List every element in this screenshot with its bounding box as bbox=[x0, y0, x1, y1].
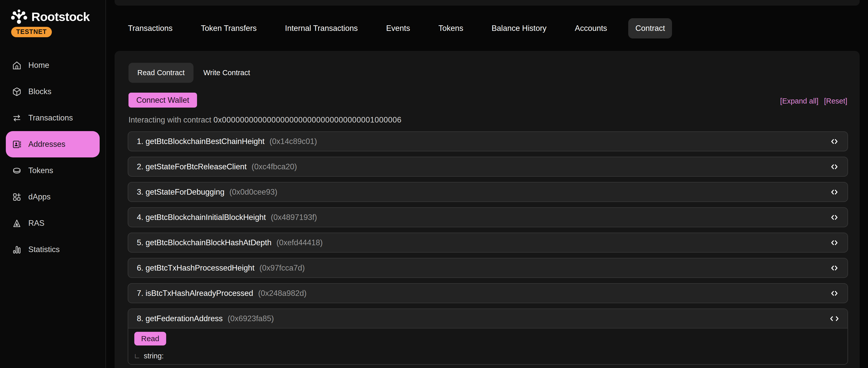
function-selector: (0x0d0cee93) bbox=[229, 188, 277, 196]
sidebar-item-statistics[interactable]: Statistics bbox=[6, 236, 100, 263]
cube-icon bbox=[12, 87, 22, 96]
apps-plus-icon bbox=[12, 192, 22, 202]
function-selector: (0x248a982d) bbox=[258, 289, 307, 298]
sidebar-item-label: Statistics bbox=[28, 245, 60, 254]
contract-subtabs: Read Contract Write Contract bbox=[128, 63, 259, 83]
home-icon bbox=[12, 61, 22, 70]
subtab-read-contract[interactable]: Read Contract bbox=[128, 63, 193, 83]
function-selector: (0x4897193f) bbox=[271, 213, 317, 222]
function-expanded-body: Read∟string: bbox=[128, 329, 847, 364]
code-icon bbox=[830, 162, 839, 171]
swap-arrows-icon bbox=[12, 113, 22, 123]
sidebar-item-dapps[interactable]: dApps bbox=[6, 184, 100, 210]
tab-contract[interactable]: Contract bbox=[628, 18, 672, 38]
sidebar-item-transactions[interactable]: Transactions bbox=[6, 105, 100, 131]
sidebar-item-label: Transactions bbox=[28, 113, 73, 122]
function-row[interactable]: 3. getStateForDebugging (0x0d0cee93) bbox=[128, 182, 848, 202]
sidebar-nav: Home Blocks Transactions bbox=[0, 52, 105, 263]
code-icon bbox=[830, 238, 839, 247]
code-icon bbox=[830, 314, 839, 323]
testnet-badge: TESTNET bbox=[11, 27, 52, 37]
sidebar-item-ras[interactable]: RAS bbox=[6, 210, 100, 236]
contact-card-icon bbox=[12, 140, 22, 149]
code-icon bbox=[830, 188, 839, 197]
sidebar-item-label: Tokens bbox=[28, 166, 53, 175]
tab-balance-history[interactable]: Balance History bbox=[485, 18, 554, 38]
function-selector: (0x97fcca7d) bbox=[259, 263, 305, 272]
function-label: 4. getBtcBlockchainInitialBlockHeight (0… bbox=[137, 213, 317, 222]
interacting-prefix: Interacting with contract bbox=[128, 115, 213, 124]
address-tabs: Transactions Token Transfers Internal Tr… bbox=[121, 18, 672, 38]
brand-name: Rootstock bbox=[31, 10, 90, 24]
main-content: Transactions Token Transfers Internal Tr… bbox=[106, 0, 868, 368]
tab-transactions[interactable]: Transactions bbox=[121, 18, 180, 38]
function-row-expanded: 8. getFederationAddress (0x6923fa85) Rea… bbox=[128, 309, 848, 365]
list-action-links: [Expand all] [Reset] bbox=[780, 97, 847, 105]
function-row[interactable]: 1. getBtcBlockchainBestChainHeight (0x14… bbox=[128, 131, 848, 151]
tab-internal-transactions[interactable]: Internal Transactions bbox=[278, 18, 365, 38]
function-label: 8. getFederationAddress (0x6923fa85) bbox=[137, 314, 274, 323]
sidebar-item-blocks[interactable]: Blocks bbox=[6, 79, 100, 105]
reset-link[interactable]: [Reset] bbox=[824, 97, 847, 105]
function-label: 1. getBtcBlockchainBestChainHeight (0x14… bbox=[137, 137, 317, 146]
function-selector: (0x14c89c01) bbox=[270, 137, 317, 146]
interacting-with-line: Interacting with contract 0x000000000000… bbox=[128, 115, 401, 124]
function-label: 6. getBtcTxHashProcessedHeight (0x97fcca… bbox=[137, 263, 305, 273]
function-selector: (0xc4fbca20) bbox=[252, 162, 297, 171]
sidebar: Rootstock TESTNET Home Blocks bbox=[0, 0, 106, 368]
function-output-line: ∟string: bbox=[134, 352, 164, 360]
function-label: 7. isBtcTxHashAlreadyProcessed (0x248a98… bbox=[137, 289, 307, 298]
subtab-write-contract[interactable]: Write Contract bbox=[194, 63, 259, 83]
sidebar-item-label: Blocks bbox=[28, 87, 51, 96]
sidebar-item-label: Addresses bbox=[28, 140, 65, 149]
code-icon bbox=[830, 289, 839, 298]
sidebar-item-label: dApps bbox=[28, 192, 51, 201]
rootstock-explorer-app: Rootstock TESTNET Home Blocks bbox=[0, 0, 868, 368]
read-button[interactable]: Read bbox=[134, 332, 166, 345]
code-icon bbox=[830, 213, 839, 222]
tab-tokens[interactable]: Tokens bbox=[431, 18, 470, 38]
sidebar-item-label: RAS bbox=[28, 219, 44, 228]
scrolled-card-bottom-edge bbox=[115, 0, 860, 6]
output-corner-glyph: ∟ bbox=[134, 352, 141, 360]
function-row[interactable]: 7. isBtcTxHashAlreadyProcessed (0x248a98… bbox=[128, 283, 848, 303]
coin-icon bbox=[12, 166, 22, 175]
code-icon bbox=[830, 137, 839, 146]
contract-address: 0x00000000000000000000000000000000010000… bbox=[213, 115, 401, 124]
sidebar-item-addresses[interactable]: Addresses bbox=[6, 131, 100, 158]
tab-token-transfers[interactable]: Token Transfers bbox=[194, 18, 264, 38]
function-row[interactable]: 6. getBtcTxHashProcessedHeight (0x97fcca… bbox=[128, 258, 848, 278]
function-row[interactable]: 8. getFederationAddress (0x6923fa85) bbox=[128, 309, 847, 329]
function-selector: (0x6923fa85) bbox=[228, 314, 274, 323]
bar-chart-icon bbox=[12, 245, 22, 254]
function-label: 3. getStateForDebugging (0x0d0cee93) bbox=[137, 188, 277, 197]
sidebar-item-home[interactable]: Home bbox=[6, 52, 100, 79]
output-type-label: string: bbox=[144, 352, 164, 360]
function-row[interactable]: 5. getBtcBlockchainBlockHashAtDepth (0xe… bbox=[128, 233, 848, 253]
expand-all-link[interactable]: [Expand all] bbox=[780, 97, 819, 105]
function-row[interactable]: 2. getStateForBtcReleaseClient (0xc4fbca… bbox=[128, 157, 848, 177]
function-list: 1. getBtcBlockchainBestChainHeight (0x14… bbox=[128, 131, 848, 368]
brand-logo[interactable]: Rootstock bbox=[11, 9, 105, 24]
tab-accounts[interactable]: Accounts bbox=[568, 18, 614, 38]
function-label: 5. getBtcBlockchainBlockHashAtDepth (0xe… bbox=[137, 238, 323, 247]
function-selector: (0xefd44418) bbox=[276, 238, 323, 247]
function-label: 2. getStateForBtcReleaseClient (0xc4fbca… bbox=[137, 162, 297, 171]
rootstock-logo-icon bbox=[11, 9, 27, 24]
connect-wallet-button[interactable]: Connect Wallet bbox=[128, 93, 197, 108]
contract-panel: Read Contract Write Contract Connect Wal… bbox=[115, 51, 860, 368]
tab-events[interactable]: Events bbox=[379, 18, 417, 38]
code-icon bbox=[830, 263, 839, 273]
triangle-icon bbox=[12, 219, 22, 228]
sidebar-item-tokens[interactable]: Tokens bbox=[6, 158, 100, 184]
function-row[interactable]: 4. getBtcBlockchainInitialBlockHeight (0… bbox=[128, 207, 848, 227]
sidebar-item-label: Home bbox=[28, 61, 49, 70]
